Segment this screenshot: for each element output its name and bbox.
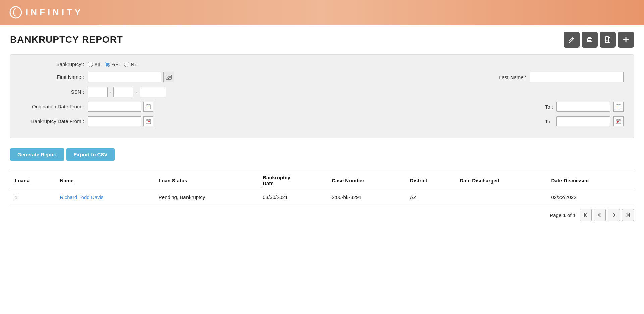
contact-icon — [166, 75, 172, 80]
infinity-logo-icon — [9, 6, 22, 19]
table-body: 1 Richard Todd Davis Pending, Bankruptcy… — [10, 190, 634, 204]
export-csv-button[interactable]: Export to CSV — [66, 148, 115, 161]
title-row: BANKRUPTCY REPORT — [10, 32, 634, 48]
svg-rect-22 — [617, 107, 618, 107]
calendar-bk-to-icon — [616, 119, 621, 124]
origination-date-to-calendar-button[interactable] — [613, 102, 624, 112]
first-page-icon — [583, 213, 588, 217]
bankruptcy-all-label[interactable]: All — [88, 62, 100, 67]
last-name-input[interactable] — [530, 72, 624, 82]
cell-case-number: 2:00-bk-3291 — [327, 190, 405, 204]
col-date-discharged: Date Discharged — [455, 171, 546, 190]
prev-page-button[interactable] — [594, 209, 606, 221]
bankruptcy-all-radio[interactable] — [88, 62, 93, 67]
logo-text: INFINITY — [25, 7, 83, 18]
origination-date-to-label: To : — [545, 104, 553, 110]
cell-district: AZ — [405, 190, 455, 204]
calendar-bk-from-icon — [146, 119, 151, 124]
table-header: Loan# Name Loan Status BankruptcyDate Ca… — [10, 171, 634, 190]
svg-rect-31 — [148, 121, 149, 122]
current-page: 1 — [563, 212, 566, 218]
page-title: BANKRUPTCY REPORT — [10, 34, 123, 45]
bankruptcy-no-radio[interactable] — [124, 62, 129, 67]
col-date-dismissed: Date Dismissed — [546, 171, 634, 190]
svg-text:PDF: PDF — [606, 39, 609, 41]
cell-date-dismissed: 02/22/2022 — [546, 190, 634, 204]
origination-date-to-input[interactable] — [556, 102, 610, 112]
name-lookup-button[interactable] — [163, 72, 174, 82]
bankruptcy-date-to-input[interactable] — [556, 116, 610, 126]
origination-date-from-group — [88, 102, 153, 112]
svg-rect-41 — [617, 122, 618, 123]
pdf-button[interactable]: PDF — [600, 32, 616, 48]
svg-rect-30 — [147, 121, 147, 122]
calendar-to-icon — [616, 104, 621, 109]
ssn-part1-input[interactable] — [88, 87, 108, 97]
calendar-icon — [146, 104, 151, 109]
svg-rect-2 — [588, 40, 591, 42]
filter-panel: Bankruptcy : All Yes No First N — [10, 54, 634, 138]
name-row: First Name : Last Name : — [20, 72, 624, 82]
ssn-label: SSN : — [71, 89, 84, 95]
svg-rect-14 — [147, 107, 147, 107]
first-name-group — [88, 72, 174, 82]
origination-date-from-calendar-button[interactable] — [143, 102, 153, 112]
last-name-label: Last Name : — [466, 74, 526, 80]
origination-date-to-section: To : — [545, 102, 624, 112]
svg-rect-24 — [620, 107, 620, 107]
svg-rect-33 — [147, 122, 147, 123]
first-name-label: First Name : — [57, 74, 84, 80]
first-name-input[interactable] — [88, 72, 161, 82]
print-button[interactable] — [582, 32, 598, 48]
last-name-section: Last Name : — [466, 72, 624, 82]
pagination: Page 1 of 1 — [10, 209, 634, 221]
edit-button[interactable] — [564, 32, 580, 48]
svg-rect-23 — [618, 107, 619, 107]
ssn-part2-input[interactable] — [113, 87, 133, 97]
pdf-icon: PDF — [604, 36, 611, 43]
bankruptcy-date-row: Bankruptcy Date From : — [20, 116, 624, 126]
col-bankruptcy-date: BankruptcyDate — [258, 171, 327, 190]
logo: INFINITY — [9, 6, 83, 19]
svg-point-7 — [167, 76, 168, 77]
print-icon — [586, 36, 593, 43]
bankruptcy-yes-label[interactable]: Yes — [105, 62, 119, 67]
svg-rect-38 — [617, 121, 618, 122]
ssn-sep2: - — [136, 89, 137, 95]
page-info: Page 1 of 1 — [550, 212, 576, 218]
edit-icon — [568, 36, 575, 43]
svg-rect-39 — [618, 121, 619, 122]
table-header-row: Loan# Name Loan Status BankruptcyDate Ca… — [10, 171, 634, 190]
last-page-button[interactable] — [622, 209, 634, 221]
ssn-sep1: - — [110, 89, 111, 95]
toolbar-buttons: PDF — [564, 32, 634, 48]
first-page-button[interactable] — [580, 209, 592, 221]
add-button[interactable] — [618, 32, 634, 48]
origination-date-from-input[interactable] — [88, 102, 141, 112]
generate-report-button[interactable]: Generate Report — [10, 148, 64, 161]
bankruptcy-yes-radio[interactable] — [105, 62, 110, 67]
bankruptcy-row: Bankruptcy : All Yes No — [20, 61, 624, 67]
next-page-button[interactable] — [608, 209, 620, 221]
cell-loan-num: 1 — [10, 190, 55, 204]
svg-point-3 — [588, 39, 588, 40]
bankruptcy-date-from-label: Bankruptcy Date From : — [31, 118, 84, 124]
ssn-group: - - — [88, 87, 166, 97]
ssn-part3-input[interactable] — [140, 87, 166, 97]
table-row: 1 Richard Todd Davis Pending, Bankruptcy… — [10, 190, 634, 204]
svg-rect-15 — [148, 107, 149, 107]
col-loan-status: Loan Status — [154, 171, 258, 190]
bankruptcy-date-from-input[interactable] — [88, 116, 141, 126]
bankruptcy-date-from-calendar-button[interactable] — [143, 116, 153, 126]
last-page-icon — [626, 213, 630, 217]
bankruptcy-no-label[interactable]: No — [124, 62, 137, 67]
svg-rect-25 — [617, 108, 618, 108]
bankruptcy-label: Bankruptcy : — [56, 61, 84, 67]
next-page-icon — [611, 213, 616, 217]
bankruptcy-date-to-calendar-button[interactable] — [613, 116, 624, 126]
svg-rect-32 — [149, 121, 150, 122]
svg-rect-17 — [147, 108, 147, 108]
cell-date-discharged — [455, 190, 546, 204]
bankruptcy-date-to-label: To : — [545, 119, 553, 124]
cell-name[interactable]: Richard Todd Davis — [55, 190, 154, 204]
